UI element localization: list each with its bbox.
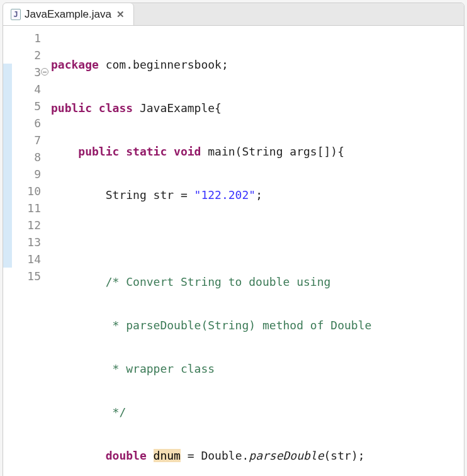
editor-tab[interactable]: J JavaExample.java ✕ <box>3 3 134 25</box>
line-number: 14 <box>12 251 41 268</box>
line-number: 12 <box>12 217 41 234</box>
marker-strip <box>3 30 12 476</box>
line-number: 13 <box>12 234 41 251</box>
java-file-icon: J <box>11 9 21 20</box>
editor-tab-bar: J JavaExample.java ✕ <box>3 3 464 26</box>
line-number: 9 <box>12 166 41 183</box>
line-number: 10 <box>12 183 41 200</box>
line-number: 11 <box>12 200 41 217</box>
close-icon[interactable]: ✕ <box>115 9 126 20</box>
tab-label: JavaExample.java <box>25 8 111 21</box>
fold-toggle-icon[interactable] <box>41 68 48 76</box>
line-number: 5 <box>12 98 41 115</box>
line-number-gutter: 1 2 3 4 5 6 7 8 9 10 11 12 13 14 15 <box>12 30 47 476</box>
line-number: 3 <box>12 64 41 81</box>
line-number: 15 <box>12 268 41 285</box>
editor-pane: J JavaExample.java ✕ 1 2 3 4 <box>3 3 464 476</box>
line-number: 2 <box>12 47 41 64</box>
line-number: 7 <box>12 132 41 149</box>
code-area[interactable]: 1 2 3 4 5 6 7 8 9 10 11 12 13 14 15 pack… <box>3 26 464 476</box>
line-number: 8 <box>12 149 41 166</box>
line-number: 4 <box>12 81 41 98</box>
line-number: 6 <box>12 115 41 132</box>
line-number: 1 <box>12 30 41 47</box>
code-content[interactable]: package com.beginnersbook; public class … <box>47 30 464 476</box>
